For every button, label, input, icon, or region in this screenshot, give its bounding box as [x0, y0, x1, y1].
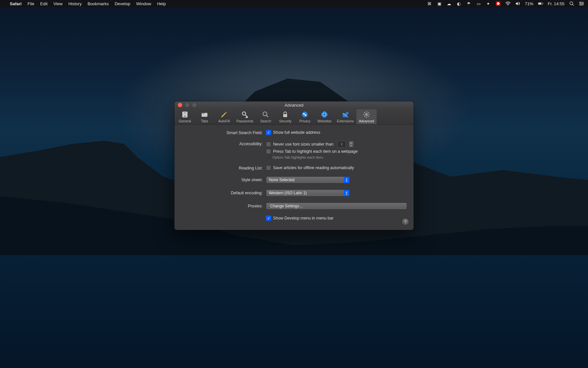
svg-line-23 — [267, 115, 268, 117]
menu-bookmarks[interactable]: Bookmarks — [88, 1, 109, 6]
status-volume-icon[interactable] — [515, 1, 520, 6]
menu-edit[interactable]: Edit — [40, 1, 47, 6]
svg-line-39 — [364, 116, 365, 117]
passwords-icon — [241, 111, 249, 118]
svg-point-22 — [263, 112, 267, 116]
svg-rect-19 — [202, 113, 204, 114]
control-center-icon[interactable] — [579, 1, 584, 6]
tab-advanced-label: Advanced — [359, 119, 374, 123]
tab-passwords[interactable]: Passwords — [234, 109, 256, 124]
app-menu[interactable]: Safari — [10, 1, 22, 6]
svg-rect-5 — [538, 3, 541, 5]
tab-tabs[interactable]: Tabs — [195, 109, 214, 124]
privacy-icon — [301, 111, 309, 118]
tab-security[interactable]: Security — [275, 109, 295, 124]
svg-line-40 — [368, 112, 369, 113]
svg-point-16 — [185, 113, 186, 114]
svg-rect-17 — [184, 116, 186, 116]
select-arrows-icon — [344, 177, 350, 183]
stylesheet-value: None Selected — [269, 178, 295, 182]
svg-point-3 — [508, 5, 508, 6]
tab-extensions[interactable]: Extensions — [334, 109, 356, 124]
status-icon-2[interactable]: ▣ — [437, 1, 442, 6]
svg-point-12 — [580, 2, 580, 3]
status-clock[interactable]: Fr. 14:55 — [548, 1, 564, 6]
spotlight-icon[interactable] — [569, 1, 574, 6]
tab-general[interactable]: General — [175, 109, 195, 124]
tab-autofill[interactable]: AutoFill — [214, 109, 234, 124]
menu-help[interactable]: Help — [157, 1, 166, 6]
smart-search-label: Smart Search Field: — [181, 130, 266, 135]
reading-list-label: Reading List: — [181, 165, 266, 170]
websites-icon — [320, 111, 328, 118]
status-icon-4[interactable]: ✦ — [486, 1, 491, 6]
status-icon-3[interactable]: ◐ — [456, 1, 462, 6]
menu-history[interactable]: History — [68, 1, 81, 6]
save-articles-checkbox[interactable] — [266, 165, 271, 170]
menu-view[interactable]: View — [54, 1, 63, 6]
status-wifi-icon[interactable] — [505, 1, 511, 6]
tab-privacy-label: Privacy — [299, 119, 310, 123]
svg-point-31 — [346, 112, 349, 114]
general-icon — [181, 111, 189, 118]
tab-security-label: Security — [279, 119, 291, 123]
show-full-address-text: Show full website address — [273, 130, 320, 135]
show-full-address-checkbox[interactable] — [266, 130, 271, 135]
tab-websites-label: Websites — [318, 119, 332, 123]
search-icon — [262, 111, 270, 118]
tab-advanced[interactable]: Advanced — [356, 109, 377, 124]
svg-rect-20 — [225, 112, 227, 114]
tab-passwords-label: Passwords — [237, 119, 253, 123]
font-size-stepper[interactable]: ▲▼ — [349, 141, 354, 148]
press-tab-text: Press Tab to highlight each item on a we… — [273, 149, 358, 154]
svg-point-32 — [365, 113, 368, 116]
tab-tabs-label: Tabs — [201, 119, 208, 123]
tab-extensions-label: Extensions — [337, 119, 353, 123]
autofill-icon — [220, 111, 228, 118]
tab-search[interactable]: Search — [256, 109, 275, 124]
tabs-icon — [201, 111, 208, 118]
never-font-size-checkbox[interactable] — [266, 142, 271, 147]
preferences-toolbar: General Tabs AutoFill Passwords Search S… — [174, 109, 414, 125]
preferences-content: Smart Search Field: Show full website ad… — [174, 125, 414, 230]
svg-line-38 — [368, 116, 369, 117]
stylesheet-select[interactable]: None Selected — [266, 176, 350, 184]
show-develop-checkbox[interactable] — [266, 216, 271, 221]
status-icon-1[interactable]: ⌘ — [427, 1, 432, 6]
encoding-value: Western (ISO Latin 1) — [269, 191, 307, 195]
menu-window[interactable]: Window — [136, 1, 151, 6]
svg-rect-6 — [543, 3, 543, 4]
menu-file[interactable]: File — [27, 1, 34, 6]
status-cloud-icon[interactable]: ☁ — [447, 1, 452, 6]
option-tab-hint: Option-Tab highlights each item. — [272, 155, 407, 159]
extensions-icon — [341, 111, 349, 118]
preferences-window: Advanced General Tabs AutoFill Passwords… — [174, 101, 414, 230]
status-flag-icon[interactable] — [496, 1, 501, 6]
show-develop-text: Show Develop menu in menu bar — [273, 216, 334, 220]
svg-point-27 — [321, 112, 327, 117]
svg-line-8 — [573, 5, 574, 6]
status-battery-icon[interactable] — [538, 1, 543, 6]
help-button[interactable]: ? — [402, 218, 409, 225]
tab-general-label: General — [179, 119, 191, 123]
encoding-select[interactable]: Western (ISO Latin 1) — [266, 189, 350, 197]
never-font-size-text: Never use font sizes smaller than — [273, 142, 334, 147]
stylesheet-label: Style sheet: — [181, 176, 266, 182]
svg-line-37 — [364, 112, 365, 113]
tab-autofill-label: AutoFill — [218, 119, 230, 123]
select-arrows-icon — [344, 190, 350, 196]
svg-rect-2 — [497, 3, 499, 4]
svg-point-13 — [582, 3, 583, 4]
status-airplay-icon[interactable]: ▭ — [476, 1, 481, 6]
change-settings-button[interactable]: Change Settings… — [266, 202, 407, 210]
status-umbrella-icon[interactable]: ☂ — [466, 1, 471, 6]
tab-websites[interactable]: Websites — [315, 109, 334, 124]
font-size-field[interactable]: 9 — [337, 141, 346, 148]
tab-privacy[interactable]: Privacy — [295, 109, 315, 124]
svg-point-26 — [302, 112, 308, 117]
status-battery-percent[interactable]: 71% — [525, 1, 533, 6]
press-tab-checkbox[interactable] — [266, 149, 271, 154]
save-articles-text: Save articles for offline reading automa… — [273, 166, 354, 170]
titlebar[interactable]: Advanced — [174, 101, 414, 109]
menu-develop[interactable]: Develop — [115, 1, 130, 6]
